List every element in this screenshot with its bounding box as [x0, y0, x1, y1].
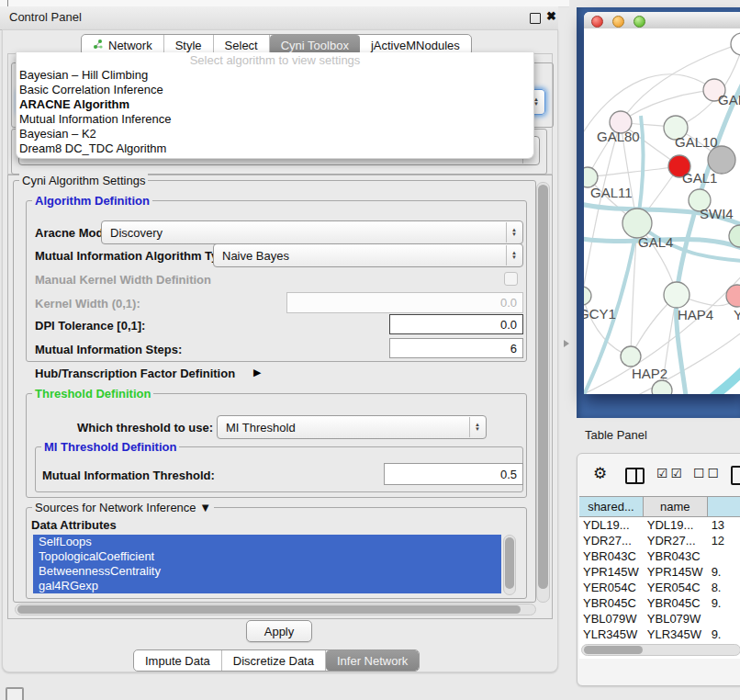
table-cell	[708, 611, 740, 627]
manual-kernel-checkbox[interactable]	[504, 272, 518, 286]
table-column-header[interactable]	[708, 497, 740, 516]
tab-infer-network[interactable]: Infer Network	[326, 650, 419, 671]
stepper-icon[interactable]: ▲▼	[506, 222, 521, 243]
collapsed-panel-button[interactable]	[6, 687, 24, 700]
mi-steps-input[interactable]: 6	[389, 338, 523, 358]
algorithm-option[interactable]: Dream8 DC_TDC Algorithm	[17, 141, 533, 156]
aracne-mode-combobox[interactable]: Discovery ▲▼	[101, 220, 523, 244]
which-threshold-value: MI Threshold	[226, 416, 296, 438]
hub-definition-label: Hub/Transcription Factor Definition	[35, 367, 235, 380]
network-edge[interactable]	[588, 166, 679, 177]
table-cell: 9.	[708, 627, 740, 642]
network-node[interactable]	[731, 33, 740, 55]
scrollbar-thumb[interactable]	[538, 185, 548, 589]
expand-down-icon[interactable]: ▼	[199, 501, 211, 514]
scrollbar-thumb[interactable]	[584, 646, 643, 654]
which-threshold-combobox[interactable]: MI Threshold ▲▼	[217, 415, 487, 439]
table-row[interactable]: YBR045CYBR045C9.	[579, 595, 740, 611]
algorithm-option[interactable]: Mutual Information Inference	[17, 112, 533, 127]
document-icon[interactable]	[731, 466, 740, 485]
attribute-item[interactable]: BetweennessCentrality	[33, 564, 501, 579]
network-node[interactable]	[621, 346, 641, 367]
splitter-arrow-icon[interactable]	[564, 340, 569, 347]
attribute-item[interactable]: gal4RGexp	[33, 579, 501, 593]
table-row[interactable]: YDL19...YDL19...13	[579, 517, 740, 533]
stepper-icon[interactable]: ▲▼	[506, 245, 521, 265]
table-cell: YLR345W	[579, 627, 644, 642]
algorithm-option[interactable]: Bayesian – K2	[17, 127, 533, 141]
split-columns-icon[interactable]	[625, 468, 645, 484]
table-cell: YPR145W	[644, 564, 708, 580]
algorithm-option[interactable]: Basic Correlation Inference	[17, 83, 533, 97]
table-horizontal-scrollbar[interactable]	[581, 644, 740, 656]
tab-impute-data[interactable]: Impute Data	[134, 650, 222, 671]
close-button[interactable]	[591, 16, 603, 28]
algorithm-option[interactable]: ARACNE Algorithm	[17, 97, 533, 112]
network-node-label: GAL80	[597, 129, 640, 144]
table-row[interactable]: YER054CYER054C8.	[579, 580, 740, 595]
kernel-width-label: Kernel Width (0,1):	[35, 297, 140, 310]
kernel-width-input[interactable]: 0.0	[286, 292, 523, 313]
table-row[interactable]: YLR345WYLR345W9.	[579, 627, 740, 642]
settings-vertical-scrollbar[interactable]	[536, 182, 550, 603]
attribute-item[interactable]: SelfLoops	[33, 535, 501, 549]
attribute-item[interactable]: TopologicalCoefficient	[33, 549, 501, 564]
table-column-header[interactable]: shared...	[579, 497, 644, 516]
table-cell: YDR27...	[644, 533, 708, 548]
network-node[interactable]	[664, 282, 690, 308]
network-node-label: GAL1	[682, 170, 717, 186]
network-canvas[interactable]: GALGAL80GAL10GAL1GAL11SWI4GAL4GCY1HAP4YH…	[584, 28, 740, 394]
network-window-titlebar[interactable]	[584, 12, 740, 29]
network-node-label: HAP4	[678, 307, 713, 322]
table-panel-title: Table Panel	[585, 428, 647, 442]
network-node[interactable]	[584, 287, 591, 305]
minimize-button[interactable]	[612, 16, 624, 28]
table-row[interactable]: YPR145WYPR145W9.	[579, 564, 740, 580]
mi-type-label: Mutual Information Algorithm Type:	[35, 249, 236, 263]
dpi-tolerance-label: DPI Tolerance [0,1]:	[35, 319, 145, 333]
table-row[interactable]: YBL079WYBL079W	[579, 611, 740, 627]
network-edge[interactable]	[621, 90, 714, 122]
table-row[interactable]: YDR27...YDR27...12	[579, 533, 740, 548]
mi-type-value: Naive Bayes	[222, 244, 289, 266]
unchecked-checkboxes-icon[interactable]: ☐☐	[693, 466, 722, 480]
tab-label: Infer Network	[337, 654, 408, 668]
network-icon	[93, 39, 104, 52]
zoom-button[interactable]	[633, 16, 645, 28]
which-threshold-label: Which threshold to use:	[77, 421, 213, 435]
mi-threshold-input[interactable]: 0.5	[384, 463, 523, 485]
table-column-header[interactable]: name	[644, 497, 708, 516]
data-attributes-label: Data Attributes	[31, 518, 117, 532]
tab-label: Cyni Toolbox	[281, 39, 349, 52]
network-node-label: Y	[734, 307, 740, 322]
table-cell: YDL19...	[579, 517, 644, 533]
scrollbar-thumb[interactable]	[17, 605, 521, 614]
checked-checkboxes-icon[interactable]: ☑☑	[656, 466, 685, 480]
mi-steps-label: Mutual Information Steps:	[35, 343, 182, 356]
table-header-row: shared...name	[579, 497, 740, 517]
table-cell: YBR043C	[579, 548, 644, 564]
apply-button[interactable]: Apply	[246, 620, 312, 642]
mi-type-combobox[interactable]: Naive Bayes ▲▼	[213, 243, 523, 267]
table-rows: YDL19...YDL19...13YDR27...YDR27...12YBR0…	[579, 517, 740, 658]
algorithm-definition-title: Algorithm Definition	[32, 194, 152, 208]
float-icon[interactable]	[530, 13, 541, 24]
table-cell: 12	[708, 533, 740, 548]
dpi-tolerance-input[interactable]: 0.0	[389, 314, 523, 334]
table-cell: YPR145W	[579, 564, 644, 580]
control-panel-titlebar: Control Panel ✖	[0, 6, 558, 30]
close-icon[interactable]: ✖	[546, 9, 556, 23]
collapse-right-icon[interactable]: ▶	[253, 367, 261, 378]
scrollbar-thumb[interactable]	[505, 537, 514, 589]
stepper-icon[interactable]: ▲▼	[469, 417, 485, 437]
network-edge[interactable]	[584, 296, 631, 356]
attributes-scrollbar[interactable]	[503, 535, 516, 595]
tab-discretize-data[interactable]: Discretize Data	[222, 650, 326, 671]
algorithm-option[interactable]: Bayesian – Hill Climbing	[17, 68, 533, 83]
network-graph: GALGAL80GAL10GAL1GAL11SWI4GAL4GCY1HAP4YH…	[584, 28, 740, 394]
network-node[interactable]	[652, 380, 672, 394]
tab-label: Select	[225, 39, 258, 52]
table-row[interactable]: YBR043CYBR043C	[579, 548, 740, 564]
gear-icon[interactable]: ⚙	[593, 464, 607, 483]
settings-horizontal-scrollbar[interactable]	[15, 604, 536, 615]
